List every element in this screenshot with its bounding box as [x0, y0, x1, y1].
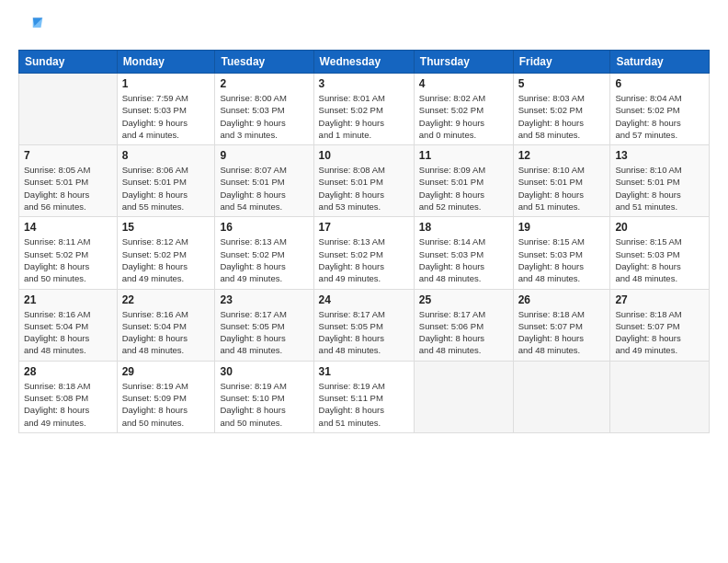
calendar-week-2: 7Sunrise: 8:05 AM Sunset: 5:01 PM Daylig…	[19, 145, 710, 217]
calendar-cell: 3Sunrise: 8:01 AM Sunset: 5:02 PM Daylig…	[313, 74, 414, 145]
day-info: Sunrise: 8:14 AM Sunset: 5:03 PM Dayligh…	[419, 236, 508, 284]
day-info: Sunrise: 8:17 AM Sunset: 5:05 PM Dayligh…	[220, 308, 308, 357]
day-number: 30	[220, 365, 308, 378]
day-number: 19	[518, 221, 606, 234]
weekday-header-sunday: Sunday	[19, 51, 118, 74]
day-info: Sunrise: 8:16 AM Sunset: 5:04 PM Dayligh…	[122, 308, 210, 357]
day-number: 13	[615, 149, 704, 162]
weekday-header-thursday: Thursday	[414, 51, 513, 74]
calendar-cell: 19Sunrise: 8:15 AM Sunset: 5:03 PM Dayli…	[513, 217, 610, 289]
day-info: Sunrise: 8:18 AM Sunset: 5:07 PM Dayligh…	[615, 308, 704, 357]
weekday-header-tuesday: Tuesday	[215, 51, 313, 74]
day-number: 17	[319, 221, 409, 234]
day-info: Sunrise: 8:19 AM Sunset: 5:11 PM Dayligh…	[319, 380, 409, 429]
calendar-cell: 26Sunrise: 8:18 AM Sunset: 5:07 PM Dayli…	[513, 289, 610, 361]
day-info: Sunrise: 8:17 AM Sunset: 5:05 PM Dayligh…	[319, 308, 409, 357]
calendar-cell: 28Sunrise: 8:18 AM Sunset: 5:08 PM Dayli…	[19, 361, 118, 432]
day-number: 1	[122, 77, 210, 90]
calendar-cell: 24Sunrise: 8:17 AM Sunset: 5:05 PM Dayli…	[313, 289, 414, 361]
calendar-cell: 2Sunrise: 8:00 AM Sunset: 5:03 PM Daylig…	[215, 74, 313, 145]
calendar-cell: 6Sunrise: 8:04 AM Sunset: 5:02 PM Daylig…	[610, 74, 710, 145]
day-info: Sunrise: 8:13 AM Sunset: 5:02 PM Dayligh…	[220, 236, 308, 284]
calendar-cell: 11Sunrise: 8:09 AM Sunset: 5:01 PM Dayli…	[414, 145, 513, 217]
calendar-cell: 16Sunrise: 8:13 AM Sunset: 5:02 PM Dayli…	[215, 217, 313, 289]
svg-marker-1	[33, 18, 43, 29]
calendar-week-1: 1Sunrise: 7:59 AM Sunset: 5:03 PM Daylig…	[19, 74, 710, 145]
calendar-cell	[414, 361, 513, 432]
calendar-cell: 14Sunrise: 8:11 AM Sunset: 5:02 PM Dayli…	[19, 217, 118, 289]
day-number: 14	[24, 221, 112, 234]
logo	[18, 15, 48, 40]
day-number: 8	[122, 149, 210, 162]
day-number: 28	[24, 365, 112, 378]
calendar-week-5: 28Sunrise: 8:18 AM Sunset: 5:08 PM Dayli…	[19, 361, 710, 432]
calendar-cell: 15Sunrise: 8:12 AM Sunset: 5:02 PM Dayli…	[117, 217, 215, 289]
day-info: Sunrise: 8:17 AM Sunset: 5:06 PM Dayligh…	[419, 308, 508, 357]
calendar-cell: 1Sunrise: 7:59 AM Sunset: 5:03 PM Daylig…	[117, 74, 215, 145]
day-number: 24	[319, 293, 409, 306]
calendar-cell: 8Sunrise: 8:06 AM Sunset: 5:01 PM Daylig…	[117, 145, 215, 217]
day-number: 10	[319, 149, 409, 162]
day-info: Sunrise: 8:00 AM Sunset: 5:03 PM Dayligh…	[220, 92, 308, 141]
calendar-cell: 4Sunrise: 8:02 AM Sunset: 5:02 PM Daylig…	[414, 74, 513, 145]
day-info: Sunrise: 8:16 AM Sunset: 5:04 PM Dayligh…	[24, 308, 112, 357]
day-info: Sunrise: 8:12 AM Sunset: 5:02 PM Dayligh…	[122, 236, 210, 284]
day-number: 21	[24, 293, 112, 306]
day-info: Sunrise: 8:18 AM Sunset: 5:08 PM Dayligh…	[24, 380, 112, 429]
calendar-cell: 25Sunrise: 8:17 AM Sunset: 5:06 PM Dayli…	[414, 289, 513, 361]
day-info: Sunrise: 8:19 AM Sunset: 5:10 PM Dayligh…	[220, 380, 308, 429]
day-number: 11	[419, 149, 508, 162]
calendar-cell: 7Sunrise: 8:05 AM Sunset: 5:01 PM Daylig…	[19, 145, 118, 217]
calendar-cell	[610, 361, 710, 432]
calendar-cell: 17Sunrise: 8:13 AM Sunset: 5:02 PM Dayli…	[313, 217, 414, 289]
calendar-cell: 23Sunrise: 8:17 AM Sunset: 5:05 PM Dayli…	[215, 289, 313, 361]
day-info: Sunrise: 8:06 AM Sunset: 5:01 PM Dayligh…	[122, 164, 210, 213]
calendar-cell	[513, 361, 610, 432]
day-number: 5	[518, 77, 606, 90]
day-number: 18	[419, 221, 508, 234]
calendar-cell: 30Sunrise: 8:19 AM Sunset: 5:10 PM Dayli…	[215, 361, 313, 432]
calendar-table: SundayMondayTuesdayWednesdayThursdayFrid…	[18, 50, 710, 433]
day-info: Sunrise: 8:19 AM Sunset: 5:09 PM Dayligh…	[122, 380, 210, 429]
page: SundayMondayTuesdayWednesdayThursdayFrid…	[0, 0, 728, 563]
header	[18, 15, 710, 40]
weekday-header-wednesday: Wednesday	[313, 51, 414, 74]
day-number: 12	[518, 149, 606, 162]
calendar-header-row: SundayMondayTuesdayWednesdayThursdayFrid…	[19, 51, 710, 74]
weekday-header-monday: Monday	[117, 51, 215, 74]
day-number: 16	[220, 221, 308, 234]
day-info: Sunrise: 8:03 AM Sunset: 5:02 PM Dayligh…	[518, 92, 606, 141]
day-info: Sunrise: 8:15 AM Sunset: 5:03 PM Dayligh…	[615, 236, 704, 284]
day-number: 20	[615, 221, 704, 234]
calendar-cell: 9Sunrise: 8:07 AM Sunset: 5:01 PM Daylig…	[215, 145, 313, 217]
day-info: Sunrise: 8:18 AM Sunset: 5:07 PM Dayligh…	[518, 308, 606, 357]
weekday-header-saturday: Saturday	[610, 51, 710, 74]
calendar-cell: 31Sunrise: 8:19 AM Sunset: 5:11 PM Dayli…	[313, 361, 414, 432]
day-info: Sunrise: 8:04 AM Sunset: 5:02 PM Dayligh…	[615, 92, 704, 141]
day-number: 22	[122, 293, 210, 306]
logo-icon	[18, 15, 44, 40]
day-info: Sunrise: 8:15 AM Sunset: 5:03 PM Dayligh…	[518, 236, 606, 284]
calendar-cell	[19, 74, 118, 145]
day-number: 23	[220, 293, 308, 306]
calendar-cell: 12Sunrise: 8:10 AM Sunset: 5:01 PM Dayli…	[513, 145, 610, 217]
calendar-cell: 18Sunrise: 8:14 AM Sunset: 5:03 PM Dayli…	[414, 217, 513, 289]
calendar-week-4: 21Sunrise: 8:16 AM Sunset: 5:04 PM Dayli…	[19, 289, 710, 361]
day-number: 3	[319, 77, 409, 90]
day-info: Sunrise: 8:08 AM Sunset: 5:01 PM Dayligh…	[319, 164, 409, 213]
day-info: Sunrise: 8:02 AM Sunset: 5:02 PM Dayligh…	[419, 92, 508, 141]
day-info: Sunrise: 8:13 AM Sunset: 5:02 PM Dayligh…	[319, 236, 409, 284]
day-number: 25	[419, 293, 508, 306]
calendar-cell: 22Sunrise: 8:16 AM Sunset: 5:04 PM Dayli…	[117, 289, 215, 361]
day-number: 4	[419, 77, 508, 90]
day-number: 29	[122, 365, 210, 378]
day-info: Sunrise: 8:10 AM Sunset: 5:01 PM Dayligh…	[615, 164, 704, 213]
day-info: Sunrise: 8:09 AM Sunset: 5:01 PM Dayligh…	[419, 164, 508, 213]
calendar-cell: 29Sunrise: 8:19 AM Sunset: 5:09 PM Dayli…	[117, 361, 215, 432]
day-number: 31	[319, 365, 409, 378]
day-number: 26	[518, 293, 606, 306]
weekday-header-friday: Friday	[513, 51, 610, 74]
day-number: 15	[122, 221, 210, 234]
day-info: Sunrise: 8:10 AM Sunset: 5:01 PM Dayligh…	[518, 164, 606, 213]
day-number: 2	[220, 77, 308, 90]
